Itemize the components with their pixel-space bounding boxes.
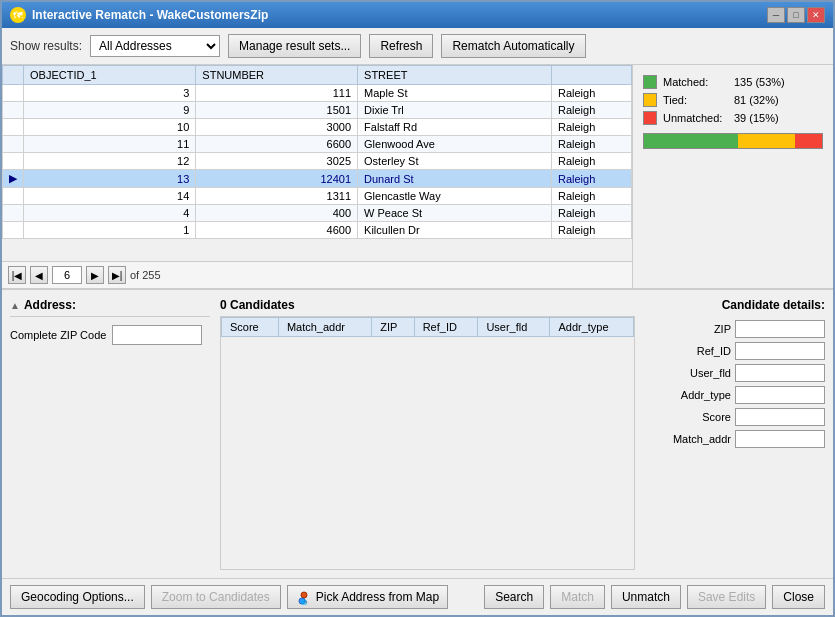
main-window: 🗺 Interactive Rematch - WakeCustomersZip… bbox=[0, 0, 835, 617]
detail-addrtype-row: Addr_type bbox=[645, 386, 825, 404]
pagination: |◀ ◀ ▶ ▶| of 255 bbox=[2, 261, 632, 288]
cell-city: Raleigh bbox=[552, 85, 632, 102]
next-page-button[interactable]: ▶ bbox=[86, 266, 104, 284]
cell-city: Raleigh bbox=[552, 119, 632, 136]
table-row[interactable]: 10 3000 Falstaff Rd Raleigh bbox=[3, 119, 632, 136]
detail-userfld-row: User_fld bbox=[645, 364, 825, 382]
prev-page-button[interactable]: ◀ bbox=[30, 266, 48, 284]
cell-street: W Peace St bbox=[358, 205, 552, 222]
cell-objectid: 1 bbox=[24, 222, 196, 239]
unmatched-progress bbox=[795, 134, 822, 148]
page-total: of 255 bbox=[130, 269, 161, 281]
svg-text:🌐: 🌐 bbox=[300, 599, 307, 606]
show-results-select[interactable]: All Addresses bbox=[90, 35, 220, 57]
table-row[interactable]: 14 1311 Glencastle Way Raleigh bbox=[3, 188, 632, 205]
cell-objectid: 10 bbox=[24, 119, 196, 136]
svg-point-0 bbox=[301, 592, 307, 598]
last-page-button[interactable]: ▶| bbox=[108, 266, 126, 284]
table-scroll[interactable]: OBJECTID_1 STNUMBER STREET 3 111 Maple S… bbox=[2, 65, 632, 261]
cell-stnumber: 4600 bbox=[196, 222, 358, 239]
pick-address-from-map-button[interactable]: 🌐 Pick Address from Map bbox=[287, 585, 448, 609]
cell-stnumber: 1501 bbox=[196, 102, 358, 119]
search-button[interactable]: Search bbox=[484, 585, 544, 609]
cell-objectid: 11 bbox=[24, 136, 196, 153]
col-street[interactable]: STREET bbox=[358, 66, 552, 85]
first-page-button[interactable]: |◀ bbox=[8, 266, 26, 284]
candidates-table-container[interactable]: Score Match_addr ZIP Ref_ID User_fld Add… bbox=[220, 316, 635, 570]
cand-col-addr-type[interactable]: Addr_type bbox=[550, 318, 634, 337]
cell-stnumber: 12401 bbox=[196, 170, 358, 188]
match-button[interactable]: Match bbox=[550, 585, 605, 609]
row-arrow bbox=[3, 205, 24, 222]
cand-col-score[interactable]: Score bbox=[222, 318, 279, 337]
table-row[interactable]: 1 4600 Kilcullen Dr Raleigh bbox=[3, 222, 632, 239]
matched-label: Matched: bbox=[663, 76, 728, 88]
row-arrow bbox=[3, 153, 24, 170]
cell-stnumber: 1311 bbox=[196, 188, 358, 205]
manage-result-sets-button[interactable]: Manage result sets... bbox=[228, 34, 361, 58]
cell-street: Falstaff Rd bbox=[358, 119, 552, 136]
table-row[interactable]: 11 6600 Glenwood Ave Raleigh bbox=[3, 136, 632, 153]
cell-street: Glencastle Way bbox=[358, 188, 552, 205]
collapse-icon[interactable]: ▲ bbox=[10, 300, 20, 311]
cell-city: Raleigh bbox=[552, 170, 632, 188]
detail-score-row: Score bbox=[645, 408, 825, 426]
detail-matchaddr-row: Match_addr bbox=[645, 430, 825, 448]
table-row[interactable]: 12 3025 Osterley St Raleigh bbox=[3, 153, 632, 170]
bottom-section: ▲ Address: Complete ZIP Code 0 Candidate… bbox=[2, 288, 833, 578]
cell-city: Raleigh bbox=[552, 222, 632, 239]
unmatch-button[interactable]: Unmatch bbox=[611, 585, 681, 609]
detail-matchaddr-label: Match_addr bbox=[673, 433, 731, 445]
window-icon: 🗺 bbox=[10, 7, 26, 23]
cand-col-match-addr[interactable]: Match_addr bbox=[278, 318, 371, 337]
table-row[interactable]: 9 1501 Dixie Trl Raleigh bbox=[3, 102, 632, 119]
results-table-container: OBJECTID_1 STNUMBER STREET 3 111 Maple S… bbox=[2, 65, 632, 288]
geocoding-options-button[interactable]: Geocoding Options... bbox=[10, 585, 145, 609]
save-edits-button[interactable]: Save Edits bbox=[687, 585, 766, 609]
detail-matchaddr-input[interactable] bbox=[735, 430, 825, 448]
map-pin-icon: 🌐 bbox=[296, 589, 312, 605]
detail-score-input[interactable] bbox=[735, 408, 825, 426]
page-input[interactable] bbox=[52, 266, 82, 284]
title-bar: 🗺 Interactive Rematch - WakeCustomersZip… bbox=[2, 2, 833, 28]
address-header: ▲ Address: bbox=[10, 298, 210, 317]
detail-zip-row: ZIP bbox=[645, 320, 825, 338]
cand-col-user-fld[interactable]: User_fld bbox=[478, 318, 550, 337]
zip-input[interactable] bbox=[112, 325, 202, 345]
minimize-button[interactable]: ─ bbox=[767, 7, 785, 23]
cand-col-zip[interactable]: ZIP bbox=[372, 318, 414, 337]
cand-col-ref-id[interactable]: Ref_ID bbox=[414, 318, 478, 337]
col-stnumber[interactable]: STNUMBER bbox=[196, 66, 358, 85]
row-arrow bbox=[3, 222, 24, 239]
detail-addrtype-input[interactable] bbox=[735, 386, 825, 404]
zoom-to-candidates-button[interactable]: Zoom to Candidates bbox=[151, 585, 281, 609]
detail-userfld-label: User_fld bbox=[690, 367, 731, 379]
detail-zip-input[interactable] bbox=[735, 320, 825, 338]
toolbar: Show results: All Addresses Manage resul… bbox=[2, 28, 833, 65]
maximize-button[interactable]: □ bbox=[787, 7, 805, 23]
tied-color-swatch bbox=[643, 93, 657, 107]
zip-label: Complete ZIP Code bbox=[10, 329, 106, 341]
candidate-details-panel: Candidate details: ZIP Ref_ID User_fld A… bbox=[645, 298, 825, 570]
cell-stnumber: 3025 bbox=[196, 153, 358, 170]
table-row[interactable]: 3 111 Maple St Raleigh bbox=[3, 85, 632, 102]
rematch-automatically-button[interactable]: Rematch Automatically bbox=[441, 34, 585, 58]
detail-userfld-input[interactable] bbox=[735, 364, 825, 382]
detail-addrtype-label: Addr_type bbox=[681, 389, 731, 401]
details-header: Candidate details: bbox=[645, 298, 825, 312]
cell-street: Dixie Trl bbox=[358, 102, 552, 119]
pick-address-label: Pick Address from Map bbox=[316, 590, 439, 604]
table-row[interactable]: 4 400 W Peace St Raleigh bbox=[3, 205, 632, 222]
refresh-button[interactable]: Refresh bbox=[369, 34, 433, 58]
detail-score-label: Score bbox=[702, 411, 731, 423]
detail-refid-input[interactable] bbox=[735, 342, 825, 360]
cell-city: Raleigh bbox=[552, 136, 632, 153]
close-button[interactable]: Close bbox=[772, 585, 825, 609]
cell-street: Maple St bbox=[358, 85, 552, 102]
close-window-button[interactable]: ✕ bbox=[807, 7, 825, 23]
col-objectid[interactable]: OBJECTID_1 bbox=[24, 66, 196, 85]
zip-field-row: Complete ZIP Code bbox=[10, 325, 210, 345]
cell-stnumber: 3000 bbox=[196, 119, 358, 136]
table-row[interactable]: ▶ 13 12401 Dunard St Raleigh bbox=[3, 170, 632, 188]
cell-city: Raleigh bbox=[552, 153, 632, 170]
